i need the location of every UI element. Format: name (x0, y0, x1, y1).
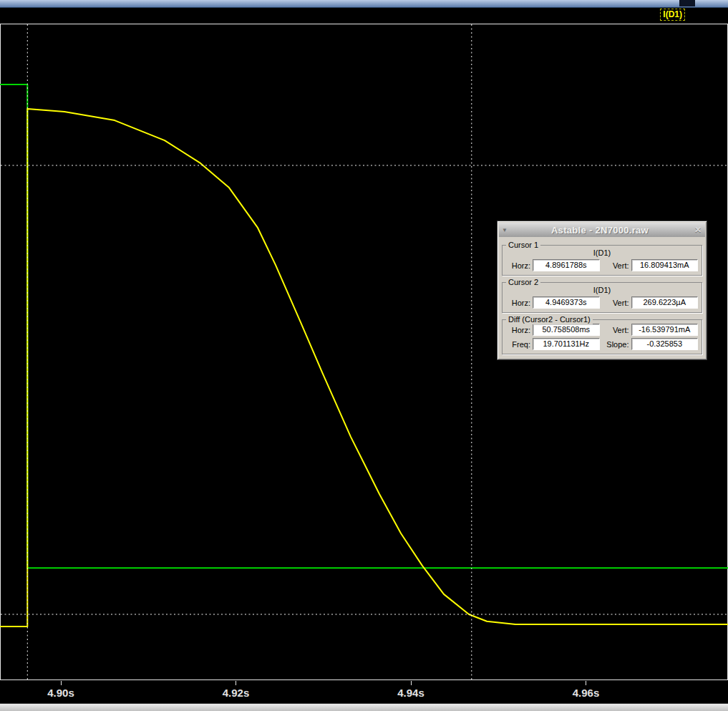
window-menu-icon[interactable]: ▼ (502, 227, 509, 233)
trace-I(D1) (0, 109, 728, 627)
cursor-window-title: Astable - 2N7000.raw (509, 225, 691, 236)
ltspice-waveform-window: I(D1) 4.90s4.92s4.94s4.96s ▼ Astable - 2… (0, 0, 728, 711)
cursor1-vert-label: Vert: (605, 261, 629, 270)
x-axis-tick (236, 681, 236, 685)
horizontal-scrollbar[interactable] (0, 703, 728, 711)
cursor2-horz-label: Horz: (506, 299, 530, 307)
cursor1-vert-field: 16.809413mA (631, 259, 699, 271)
cursor2-vert-field: 269.6223µA (631, 296, 699, 309)
diff-row-2: Freq: 19.701131Hz Slope: -0.325853 (506, 338, 698, 350)
x-axis-tick-label: 4.94s (382, 687, 440, 699)
cursor1-horz-label: Horz: (506, 261, 530, 270)
diff-horz-field: 50.758508ms (533, 324, 600, 336)
cursor2-vert-label: Vert: (605, 299, 629, 307)
cursor2-group-label: Cursor 2 (506, 278, 540, 287)
diff-slope-label: Slope: (605, 340, 629, 349)
x-axis: 4.90s4.92s4.94s4.96s (0, 680, 728, 705)
x-axis-tick-label: 4.96s (558, 687, 615, 699)
cursor-window-body: Cursor 1 I(D1) Horz: 4.8961788s Vert: 16… (499, 237, 705, 358)
cursor1-row: Horz: 4.8961788s Vert: 16.809413mA (506, 259, 698, 271)
diff-horz-label: Horz: (506, 326, 530, 334)
diff-vert-field: -16.539791mA (631, 324, 699, 336)
cursor2-horz-field: 4.9469373s (533, 296, 600, 309)
x-axis-tick (586, 681, 586, 685)
trace-legend-label[interactable]: I(D1) (660, 9, 685, 21)
close-icon[interactable]: ✕ (694, 225, 702, 235)
cursor1-horz-field: 4.8961788s (533, 259, 600, 271)
cursor2-row: Horz: 4.9469373s Vert: 269.6223µA (506, 296, 698, 309)
cursor1-group-label: Cursor 1 (506, 241, 540, 250)
cursor2-group: Cursor 2 I(D1) Horz: 4.9469373s Vert: 26… (502, 282, 702, 313)
diff-vert-label: Vert: (605, 326, 629, 334)
x-axis-tick (61, 681, 62, 685)
window-titlebar-strip (0, 0, 728, 8)
cursor-readout-window: ▼ Astable - 2N7000.raw ✕ Cursor 1 I(D1) … (497, 221, 707, 360)
diff-row-1: Horz: 50.758508ms Vert: -16.539791mA (506, 324, 698, 336)
x-axis-tick (411, 681, 412, 685)
x-axis-tick-label: 4.92s (208, 687, 265, 699)
x-axis-tick-label: 4.90s (32, 687, 89, 699)
diff-slope-field: -0.325853 (631, 338, 699, 350)
cursor1-group: Cursor 1 I(D1) Horz: 4.8961788s Vert: 16… (502, 245, 702, 276)
diff-group-label: Diff (Cursor2 - Cursor1) (506, 315, 593, 324)
cursor-window-titlebar[interactable]: ▼ Astable - 2N7000.raw ✕ (499, 223, 705, 237)
diff-group: Diff (Cursor2 - Cursor1) Horz: 50.758508… (502, 319, 702, 354)
diff-freq-field: 19.701131Hz (533, 338, 600, 350)
diff-freq-label: Freq: (506, 340, 530, 349)
titlebar-artifact (679, 0, 695, 6)
